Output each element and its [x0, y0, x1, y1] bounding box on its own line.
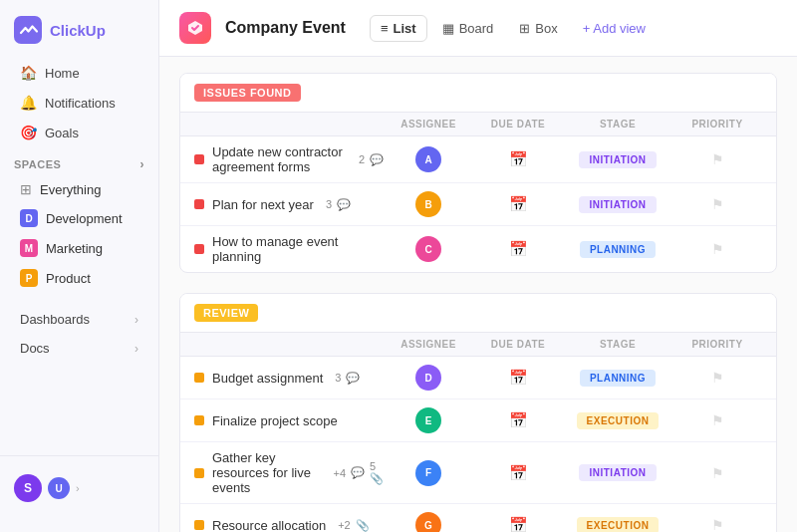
stage-cell[interactable]: PLANNING: [563, 241, 672, 258]
priority-cell[interactable]: ⚑: [672, 241, 762, 257]
task-name-cell: Budget assignment3💬: [194, 371, 384, 386]
table-row[interactable]: Gather key resources for live events+4💬5…: [180, 442, 776, 504]
task-status-dot: [194, 520, 204, 530]
task-status-dot: [194, 199, 204, 209]
task-status-dot: [194, 244, 204, 254]
table-row[interactable]: Update new contractor agreement forms2💬A…: [180, 136, 776, 183]
sidebar-item-marketing[interactable]: M Marketing: [6, 233, 152, 263]
avatar: A: [415, 146, 441, 172]
table-row[interactable]: Budget assignment3💬D📅PLANNING⚑: [180, 357, 776, 399]
box-icon: ⊞: [519, 21, 530, 36]
sidebar-item-goals[interactable]: 🎯 Goals: [6, 118, 152, 147]
task-status-dot: [194, 415, 204, 425]
task-name-cell: Update new contractor agreement forms2💬: [194, 144, 384, 174]
task-meta: 3💬: [326, 198, 351, 211]
priority-flag-icon: ⚑: [711, 151, 724, 167]
user-avatar: S: [14, 474, 42, 502]
table-row[interactable]: Resource allocation+2📎G📅EXECUTION⚑: [180, 504, 776, 532]
priority-flag-icon: ⚑: [711, 412, 724, 428]
sidebar-item-development[interactable]: D Development: [6, 203, 152, 233]
table-row[interactable]: Plan for next year3💬B📅INITIATION⚑: [180, 183, 776, 226]
due-date-cell[interactable]: 📅: [473, 195, 563, 213]
priority-flag-icon: ⚑: [711, 196, 724, 212]
due-date-cell[interactable]: 📅: [473, 464, 563, 482]
task-count: +4: [333, 467, 346, 479]
stage-badge: INITIATION: [579, 151, 656, 168]
col-priority: PRIORITY: [672, 339, 762, 350]
stage-badge: INITIATION: [579, 464, 656, 481]
stage-cell[interactable]: INITIATION: [563, 151, 672, 168]
table-row[interactable]: Finalize project scopeE📅EXECUTION⚑: [180, 399, 776, 442]
section-badge-0: ISSUES FOUND: [194, 84, 301, 102]
avatar: D: [415, 365, 441, 391]
priority-cell[interactable]: ⚑: [672, 465, 762, 481]
user-menu-icon: ›: [76, 482, 80, 494]
task-status-dot: [194, 373, 204, 383]
stage-cell[interactable]: INITIATION: [563, 196, 672, 213]
priority-cell[interactable]: ⚑: [672, 517, 762, 532]
section-header-1: REVIEW: [180, 294, 776, 332]
sidebar-item-dashboards[interactable]: Dashboards ›: [6, 305, 152, 334]
due-date-cell[interactable]: 📅: [473, 150, 563, 168]
stage-cell[interactable]: EXECUTION: [563, 517, 672, 533]
due-date-cell[interactable]: 📅: [473, 411, 563, 429]
calendar-icon: 📅: [509, 195, 528, 213]
calendar-icon: 📅: [509, 411, 528, 429]
section-1: REVIEWASSIGNEEDUE DATESTAGEPRIORITYBudge…: [179, 293, 777, 532]
priority-cell[interactable]: ⚑: [672, 196, 762, 212]
sidebar-item-notifications[interactable]: 🔔 Notifications: [6, 88, 152, 118]
priority-flag-icon: ⚑: [711, 241, 724, 257]
stage-badge: INITIATION: [579, 196, 656, 213]
due-date-cell[interactable]: 📅: [473, 516, 563, 532]
view-tabs: ≡ List ▦ Board ⊞ Box + Add view: [370, 15, 656, 42]
user-avatar-row[interactable]: S U ›: [0, 466, 158, 510]
tab-list[interactable]: ≡ List: [370, 15, 427, 42]
assignee-cell: F: [384, 460, 473, 486]
priority-cell[interactable]: ⚑: [672, 412, 762, 428]
task-name-cell: Finalize project scope: [194, 413, 384, 428]
stage-cell[interactable]: EXECUTION: [563, 412, 672, 429]
sidebar-item-product[interactable]: P Product: [6, 263, 152, 293]
sidebar-item-docs[interactable]: Docs ›: [6, 334, 152, 363]
task-count: 2: [359, 153, 365, 165]
task-count: +2: [338, 519, 351, 531]
sidebar-item-everything[interactable]: ⊞ Everything: [6, 175, 152, 203]
task-name-cell: Gather key resources for live events+4💬5…: [194, 450, 384, 495]
due-date-cell[interactable]: 📅: [473, 240, 563, 258]
task-name-cell: Plan for next year3💬: [194, 197, 384, 212]
calendar-icon: 📅: [509, 240, 528, 258]
avatar: B: [415, 191, 441, 217]
task-status-dot: [194, 154, 204, 164]
calendar-icon: 📅: [509, 464, 528, 482]
assignee-cell: D: [384, 365, 473, 391]
content-area: ISSUES FOUNDASSIGNEEDUE DATESTAGEPRIORIT…: [159, 57, 797, 532]
priority-flag-icon: ⚑: [711, 370, 724, 386]
chevron-right-icon: ›: [134, 313, 138, 327]
stage-cell[interactable]: PLANNING: [563, 370, 672, 387]
task-name-label: Update new contractor agreement forms: [212, 144, 347, 174]
section-badge-1: REVIEW: [194, 304, 258, 322]
task-name-label: Gather key resources for live events: [212, 450, 321, 495]
tab-board[interactable]: ▦ Board: [431, 15, 505, 42]
add-view-button[interactable]: + Add view: [573, 16, 656, 41]
goals-icon: 🎯: [20, 125, 37, 140]
stage-badge: PLANNING: [580, 370, 656, 387]
task-extra-count: 5 📎: [370, 460, 384, 485]
task-name-label: Finalize project scope: [212, 413, 338, 428]
stage-cell[interactable]: INITIATION: [563, 464, 672, 481]
priority-cell[interactable]: ⚑: [672, 370, 762, 386]
assignee-cell: B: [384, 191, 473, 217]
assignee-cell: E: [384, 407, 473, 433]
project-icon: [179, 12, 211, 44]
priority-cell[interactable]: ⚑: [672, 151, 762, 167]
chevron-right-icon: ›: [134, 342, 138, 356]
tab-box[interactable]: ⊞ Box: [508, 15, 568, 42]
sidebar-item-home[interactable]: 🏠 Home: [6, 58, 152, 88]
calendar-icon: 📅: [509, 369, 528, 387]
task-count: 3: [335, 372, 341, 384]
table-row[interactable]: How to manage event planningC📅PLANNING⚑: [180, 226, 776, 272]
stage-badge: EXECUTION: [577, 412, 660, 429]
due-date-cell[interactable]: 📅: [473, 369, 563, 387]
assignee-cell: G: [384, 512, 473, 532]
task-name-cell: Resource allocation+2📎: [194, 518, 384, 533]
